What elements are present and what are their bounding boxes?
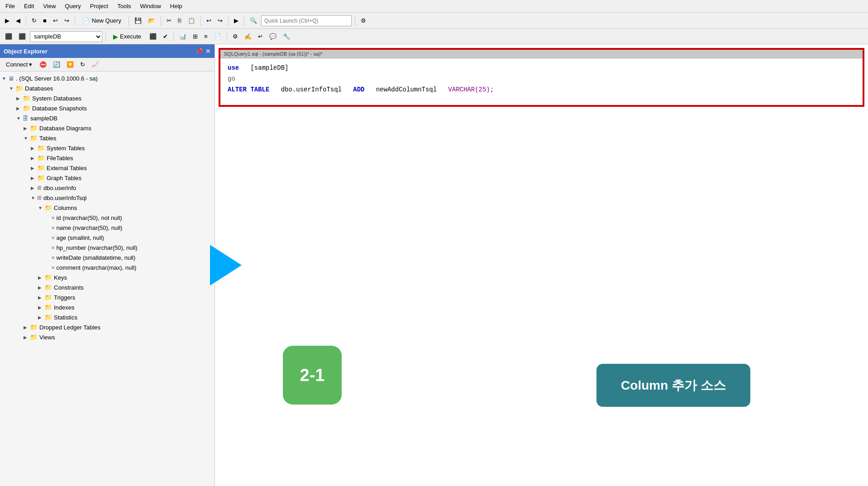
tables-node[interactable]: ▼ 📁 Tables [0,133,215,143]
dropped-ledger-node[interactable]: ▶ 📁 Dropped Ledger Tables [0,322,215,332]
search-input[interactable] [261,15,352,26]
statistics-node[interactable]: ▶ 📁 Statistics [0,312,215,322]
cut-button[interactable]: ✂ [164,16,174,25]
code-content[interactable]: use [sampleDB] go ALTER TABLE dbo.userIn… [220,58,863,105]
keys-label: Keys [54,274,67,281]
comment-button[interactable]: 💬 [267,32,279,41]
back-button[interactable]: ▶ [3,16,12,25]
columns-folder-node[interactable]: ▼ 📁 Columns [0,203,215,213]
graph-tables-icon: 📁 [37,174,45,181]
indent-button[interactable]: ↵ [256,32,265,41]
parse-button[interactable]: ✍ [242,32,254,41]
filetables-node[interactable]: ▶ 📁 FileTables [0,153,215,163]
filetables-icon: 📁 [37,154,45,162]
disconnect-button[interactable]: ⛔ [37,60,49,69]
undo2-button[interactable]: ↩ [204,16,214,25]
refresh-button[interactable]: ↻ [29,16,39,25]
constraints-node[interactable]: ▶ 📁 Constraints [0,282,215,292]
userinfo-table-icon: ⊞ [37,185,42,191]
query-options-button[interactable]: ⚙ [230,32,240,41]
execute-button[interactable]: ▶ Execute [109,31,145,42]
object-explorer-tree[interactable]: ▼ 🖥 . (SQL Server 16.0.1000.6 - sa) ▼ 📁 … [0,71,215,486]
userinfot-table-node[interactable]: ▼ ⊞ dbo.userInfoTsql [0,193,215,203]
col-wd-node[interactable]: ≡ writeDate (smalldatetime, null) [0,253,215,262]
tables-expand-icon: ▼ [24,136,29,141]
redo-button[interactable]: ↪ [62,16,72,25]
menu-view[interactable]: View [41,2,57,10]
sampledb-node[interactable]: ▼ 🗄 sampleDB [0,113,215,123]
refresh2-button[interactable]: ↻ [78,60,87,69]
keys-node[interactable]: ▶ 📁 Keys [0,272,215,282]
menu-tools[interactable]: Tools [115,2,133,10]
menu-file[interactable]: File [4,2,17,10]
col-age-icon: ≡ [52,235,54,240]
col-id-node[interactable]: ≡ id (nvarchar(50), not null) [0,213,215,223]
col-wd-label: writeDate (smalldatetime, null) [56,254,135,261]
col-hp-node[interactable]: ≡ hp_number (nvarchar(50), null) [0,243,215,253]
dropped-icon: 📁 [30,324,38,331]
col-name-node[interactable]: ≡ name (nvarchar(50), null) [0,223,215,233]
sampledb-icon: 🗄 [23,115,29,122]
menu-query[interactable]: Query [63,2,82,10]
undo-button[interactable]: ↩ [51,16,60,25]
file-button[interactable]: 📄 [212,32,224,41]
col-comment-node[interactable]: ≡ comment (nvarchar(max), null) [0,262,215,272]
open-button[interactable]: 📂 [146,16,157,25]
connect-button[interactable]: Connect ▾ [3,60,35,69]
forward-button[interactable]: ◀ [14,16,23,25]
pin-button[interactable]: 📌 [195,48,203,55]
close-panel-button[interactable]: ✕ [205,48,211,55]
uncomment-button[interactable]: 🔧 [281,32,292,41]
toolbar2-btn1[interactable]: ⬛ [3,32,14,41]
database-selector[interactable]: sampleDB [30,31,102,42]
system-databases-node[interactable]: ▶ 📁 System Databases [0,93,215,103]
code-editor-container: SQLQuery1.sql - (sampleDB (sa (51))* - s… [219,48,864,107]
statistics-icon: 📁 [44,314,52,321]
external-tables-node[interactable]: ▶ 📁 External Tables [0,163,215,173]
db-snapshots-node[interactable]: ▶ 📁 Database Snapshots [0,103,215,113]
db-diagrams-node[interactable]: ▶ 📁 Database Diagrams [0,123,215,133]
indexes-node[interactable]: ▶ 📁 Indexes [0,302,215,312]
db-snap-label: Database Snapshots [32,105,87,112]
triggers-node[interactable]: ▶ 📁 Triggers [0,292,215,302]
copy-button[interactable]: ⎘ [176,16,184,25]
databases-node[interactable]: ▼ 📁 Databases [0,83,215,93]
redo2-button[interactable]: ↪ [215,16,225,25]
sys-db-icon: 📁 [23,95,30,102]
views-node[interactable]: ▶ 📁 Views [0,332,215,342]
search-button[interactable]: 🔍 [248,16,259,25]
sys-tables-node[interactable]: ▶ 📁 System Tables [0,143,215,153]
new-query-label: New Query [92,17,121,24]
graph-tables-node[interactable]: ▶ 📁 Graph Tables [0,173,215,183]
filter-button[interactable]: 🔽 [64,60,76,69]
ext-tables-label: External Tables [47,165,87,172]
db-bracket: [sampleDB] [250,64,288,71]
userinfo-table-node[interactable]: ▶ ⊞ dbo.userInfo [0,183,215,193]
menu-help[interactable]: Help [168,2,184,10]
text-button[interactable]: ≡ [202,32,210,41]
save-button[interactable]: 💾 [132,16,144,25]
oe-header-buttons: 📌 ✕ [195,48,211,55]
refresh-oe-button[interactable]: 🔄 [51,60,62,69]
activity-monitor-button[interactable]: 📈 [89,60,101,69]
settings-button[interactable]: ⚙ [358,16,368,25]
sys-db-label: System Databases [32,95,81,102]
menu-window[interactable]: Window [138,2,163,10]
check-button[interactable]: ✔ [161,32,170,41]
new-query-button[interactable]: 📄 New Query [78,15,125,26]
stop-button[interactable]: ■ [41,16,49,25]
tables-label: Tables [39,135,57,142]
grid-button[interactable]: ⊞ [191,32,200,41]
userinfot-table-label: dbo.userInfoTsql [43,195,86,201]
sampledb-label: sampleDB [30,115,57,122]
stop-exec-button[interactable]: ⬛ [147,32,159,41]
results-button[interactable]: 📊 [177,32,189,41]
server-node[interactable]: ▼ 🖥 . (SQL Server 16.0.1000.6 - sa) [0,73,215,83]
menu-project[interactable]: Project [88,2,110,10]
col-age-node[interactable]: ≡ age (smallint, null) [0,233,215,243]
toolbar2-btn2[interactable]: ⬛ [16,32,28,41]
menu-edit[interactable]: Edit [22,2,36,10]
col-wd-icon: ≡ [52,255,54,260]
debug-button[interactable]: ▶ [232,16,241,25]
paste-button[interactable]: 📋 [186,16,197,25]
